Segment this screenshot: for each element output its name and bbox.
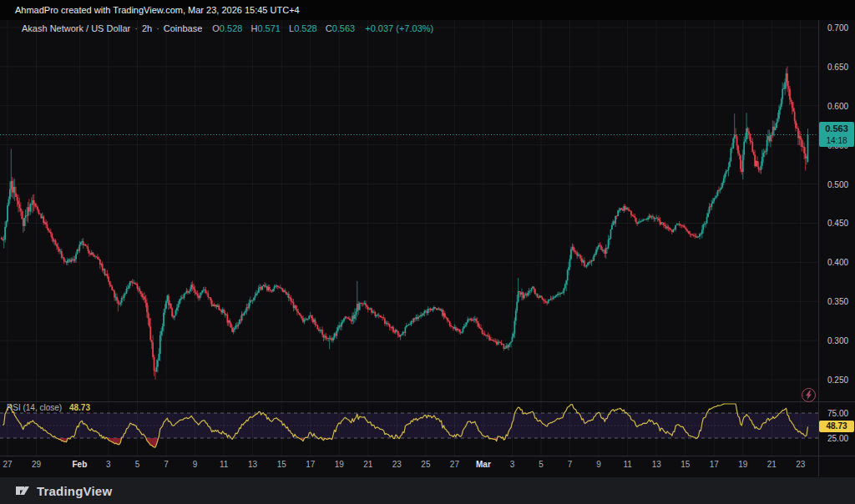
time-label: 15: [277, 460, 286, 469]
time-label: 25: [421, 460, 430, 469]
change-value: +0.037 (+7.03%): [365, 23, 433, 33]
exchange-label: Coinbase: [164, 23, 202, 33]
price-tick-label: 0.400: [827, 258, 848, 267]
time-label: 15: [680, 460, 690, 469]
price-tick-label: 0.600: [827, 101, 848, 110]
legend-separator: ·: [156, 23, 159, 33]
time-label: 7: [568, 460, 573, 469]
rsi-current-value: 48.73: [69, 403, 90, 412]
open-label: O: [212, 23, 220, 33]
ohlc-values: O0.528 H0.571 L0.528 C0.563 +0.037 (+7.0…: [212, 23, 433, 33]
bar-countdown: 14:18: [819, 135, 854, 146]
rsi-tick-label: 75.00: [827, 409, 848, 418]
tradingview-logo-icon[interactable]: [15, 483, 30, 498]
time-label: 19: [335, 460, 344, 469]
price-tick-label: 0.450: [827, 219, 848, 228]
time-label-month: Mar: [476, 460, 491, 469]
price-tick-label: 0.650: [827, 62, 848, 71]
last-price-badge: 0.563 14:18: [819, 122, 854, 147]
rsi-title: RSI (14, close): [7, 403, 62, 412]
time-label: 13: [248, 460, 257, 469]
time-label: 29: [32, 460, 41, 469]
low-value: 0.528: [294, 23, 317, 33]
time-label: 17: [710, 460, 719, 469]
interval-label: 2h: [142, 23, 152, 33]
time-label: 9: [596, 460, 601, 469]
time-label: 7: [164, 460, 169, 469]
time-label: 11: [220, 460, 228, 469]
time-label: 21: [767, 460, 777, 469]
time-label: 11: [623, 460, 631, 469]
time-label-month: Feb: [73, 460, 88, 469]
rsi-band: [0, 413, 818, 438]
chart-canvas[interactable]: [0, 0, 855, 504]
tradingview-chart-screenshot: AhmadPro created with TradingView.com, M…: [0, 0, 855, 504]
price-tick-label: 0.700: [827, 23, 848, 33]
rsi-tick-label: 25.00: [827, 434, 848, 443]
price-tick-label: 0.500: [827, 179, 848, 189]
footer-bar: TradingView: [0, 477, 855, 504]
time-label: 19: [738, 460, 747, 469]
legend-separator: ·: [134, 23, 138, 33]
lightning-bolt-icon: [805, 391, 812, 400]
time-label: 23: [392, 460, 402, 469]
time-label: 3: [510, 460, 515, 469]
time-label: 27: [450, 460, 459, 469]
time-label: 9: [193, 460, 198, 469]
price-tick-label: 0.300: [827, 336, 848, 345]
close-value: 0.563: [332, 23, 356, 33]
lightning-icon[interactable]: [802, 388, 816, 402]
attribution-text: AhmadPro created with TradingView.com, M…: [15, 5, 300, 15]
rsi-value-badge: 48.73: [819, 421, 854, 432]
last-price-value: 0.563: [819, 122, 854, 135]
symbol-name: Akash Network / US Dollar: [22, 23, 130, 33]
time-label: 5: [539, 460, 544, 469]
time-label: 13: [652, 460, 661, 469]
open-value: 0.528: [220, 23, 243, 33]
time-label: 17: [306, 460, 315, 469]
tradingview-wordmark[interactable]: TradingView: [37, 484, 112, 498]
attribution-bar: AhmadPro created with TradingView.com, M…: [0, 0, 855, 20]
symbol-legend[interactable]: Akash Network / US Dollar · 2h · Coinbas…: [22, 23, 433, 33]
price-tick-label: 0.250: [827, 375, 848, 385]
time-label: 5: [135, 460, 140, 469]
high-value: 0.571: [257, 23, 281, 33]
close-label: C: [326, 23, 332, 33]
time-label: 23: [796, 460, 805, 469]
price-tick-label: 0.350: [827, 297, 848, 306]
time-label: 21: [363, 460, 372, 469]
rsi-indicator-legend[interactable]: RSI (14, close) 48.73: [7, 403, 90, 412]
time-label: 27: [3, 460, 12, 469]
time-label: 3: [106, 460, 111, 469]
